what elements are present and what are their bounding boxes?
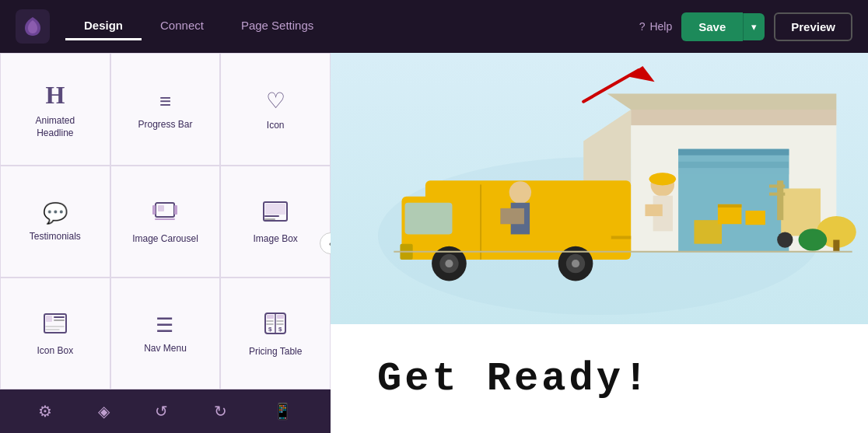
settings-icon[interactable]: ⚙	[32, 399, 58, 424]
get-ready-section: Get Ready!	[331, 324, 868, 433]
help-button[interactable]: ? Help	[639, 20, 673, 33]
widget-image-carousel[interactable]: Image Carousel	[110, 166, 221, 278]
widget-progress-bar-label: Progress Bar	[138, 119, 192, 131]
svg-point-52	[649, 173, 677, 185]
layers-icon[interactable]: ◈	[92, 399, 116, 424]
widget-nav-menu-label: Nav Menu	[144, 343, 187, 355]
svg-rect-67	[833, 240, 839, 252]
svg-rect-32	[678, 168, 789, 174]
widget-icon-label: Icon	[267, 120, 285, 132]
widgets-sidebar: H AnimatedHeadline ≡ Progress Bar ♡ Icon…	[0, 53, 331, 433]
svg-text:$: $	[278, 326, 282, 333]
svg-rect-53	[645, 204, 662, 216]
animated-headline-icon: H	[45, 82, 65, 107]
page-illustration	[331, 53, 868, 324]
image-box-icon	[263, 201, 288, 225]
svg-point-43	[572, 260, 579, 267]
svg-rect-31	[678, 162, 789, 168]
top-navigation: Design Connect Page Settings ? Help Save…	[0, 0, 868, 53]
svg-rect-64	[769, 184, 785, 187]
question-icon: ?	[639, 20, 646, 33]
tab-design[interactable]: Design	[65, 12, 142, 40]
svg-rect-37	[405, 203, 453, 235]
svg-rect-55	[718, 204, 741, 208]
svg-marker-34	[607, 94, 837, 110]
history-forward-icon[interactable]: ↻	[208, 399, 233, 424]
nav-menu-icon: ☰	[156, 315, 175, 335]
widget-animated-headline-label: AnimatedHeadline	[35, 115, 75, 139]
widget-image-box-label: Image Box	[253, 233, 297, 246]
svg-rect-65	[769, 193, 785, 196]
icon-box-icon	[44, 313, 67, 337]
preview-button[interactable]: Preview	[774, 12, 852, 41]
svg-rect-3	[158, 205, 164, 211]
widget-icon-box-label: Icon Box	[37, 345, 73, 358]
get-ready-text: Get Ready!	[377, 356, 651, 402]
svg-point-68	[799, 229, 828, 250]
svg-rect-2	[174, 205, 177, 215]
svg-point-61	[777, 232, 793, 247]
widget-icon[interactable]: ♡ Icon	[220, 53, 331, 166]
widget-pricing-table[interactable]: $ $ Pricing Table	[220, 278, 331, 389]
svg-rect-6	[265, 204, 285, 215]
widget-icon-box[interactable]: Icon Box	[0, 278, 110, 389]
history-back-icon[interactable]: ↺	[149, 399, 174, 424]
page-canvas: Get Ready!	[331, 53, 868, 433]
svg-rect-49	[500, 208, 523, 224]
svg-marker-71	[627, 66, 655, 82]
svg-rect-1	[152, 205, 156, 215]
pricing-table-icon: $ $	[264, 313, 286, 338]
testimonials-icon: 💬	[43, 203, 68, 223]
svg-rect-18	[277, 315, 284, 319]
widget-animated-headline[interactable]: H AnimatedHeadline	[0, 53, 110, 166]
progress-bar-icon: ≡	[159, 91, 171, 111]
mobile-preview-icon[interactable]: 📱	[267, 399, 299, 424]
svg-text:$: $	[268, 326, 272, 333]
widget-progress-bar[interactable]: ≡ Progress Bar	[110, 53, 221, 166]
save-button[interactable]: Save	[681, 12, 743, 41]
save-dropdown-button[interactable]: ▾	[743, 13, 765, 40]
svg-rect-60	[781, 189, 821, 236]
app-logo	[16, 9, 50, 44]
nav-tabs: Design Connect Page Settings	[65, 12, 639, 40]
widget-pricing-table-label: Pricing Table	[249, 346, 302, 358]
image-carousel-icon	[152, 201, 177, 225]
svg-rect-59	[611, 236, 631, 239]
widget-nav-menu[interactable]: ☰ Nav Menu	[110, 278, 221, 389]
widget-image-box[interactable]: Image Box	[220, 166, 331, 278]
icon-widget-icon: ♡	[266, 90, 285, 112]
svg-rect-56	[745, 211, 765, 225]
widgets-grid: H AnimatedHeadline ≡ Progress Bar ♡ Icon…	[0, 53, 331, 389]
sidebar-bottom-bar: ⚙ ◈ ↺ ↻ 📱	[0, 389, 331, 433]
tab-page-settings[interactable]: Page Settings	[222, 12, 332, 40]
widget-testimonials-label: Testimonials	[30, 231, 81, 243]
svg-rect-17	[267, 315, 274, 319]
nav-right-actions: ? Help Save ▾ Preview	[639, 12, 852, 41]
svg-rect-27	[631, 110, 836, 125]
help-label: Help	[649, 20, 672, 33]
svg-rect-29	[678, 149, 789, 155]
main-content: H AnimatedHeadline ≡ Progress Bar ♡ Icon…	[0, 53, 868, 433]
svg-point-40	[445, 260, 453, 267]
widget-image-carousel-label: Image Carousel	[132, 233, 198, 246]
tab-connect[interactable]: Connect	[142, 12, 222, 40]
svg-rect-10	[46, 316, 52, 322]
svg-rect-30	[678, 155, 789, 162]
svg-point-46	[509, 181, 531, 203]
save-button-group: Save ▾	[681, 12, 765, 41]
widget-testimonials[interactable]: 💬 Testimonials	[0, 166, 110, 278]
svg-rect-57	[694, 220, 722, 243]
